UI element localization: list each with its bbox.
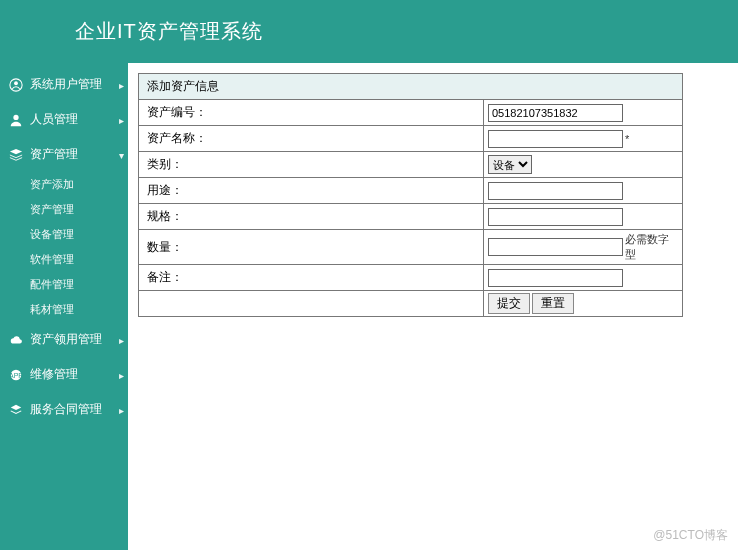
sidebar-item-repair[interactable]: APP 维修管理 [0, 357, 128, 392]
stack-icon [8, 147, 24, 163]
note-numeric: 必需数字型 [625, 232, 678, 262]
sidebar-item-label: 服务合同管理 [30, 401, 119, 418]
sidebar-item-assets[interactable]: 资产管理 [0, 137, 128, 172]
chevron-right-icon [119, 368, 124, 382]
input-asset-name[interactable] [488, 130, 623, 148]
svg-text:APP: APP [9, 371, 23, 378]
sidebar-item-label: 维修管理 [30, 366, 119, 383]
person-icon [8, 112, 24, 128]
form-panel: 添加资产信息 资产编号： 资产名称： * 类别： 设备 [138, 73, 683, 317]
label-asset-no: 资产编号： [139, 100, 484, 125]
sidebar-item-contract[interactable]: 服务合同管理 [0, 392, 128, 427]
badge-icon: APP [8, 367, 24, 383]
chevron-right-icon [119, 403, 124, 417]
sidebar-item-system-users[interactable]: 系统用户管理 [0, 67, 128, 102]
app-title: 企业IT资产管理系统 [75, 18, 738, 45]
sidebar-item-label: 资产领用管理 [30, 331, 119, 348]
chevron-right-icon [119, 78, 124, 92]
sidebar-sub-asset-add[interactable]: 资产添加 [0, 172, 128, 197]
row-asset-name: 资产名称： * [139, 126, 682, 152]
input-asset-no[interactable] [488, 104, 623, 122]
input-usage[interactable] [488, 182, 623, 200]
sidebar-item-label: 系统用户管理 [30, 76, 119, 93]
row-category: 类别： 设备 [139, 152, 682, 178]
row-spec: 规格： [139, 204, 682, 230]
chevron-right-icon [119, 113, 124, 127]
cloud-icon [8, 332, 24, 348]
chevron-down-icon [119, 148, 124, 162]
input-spec[interactable] [488, 208, 623, 226]
label-asset-name: 资产名称： [139, 126, 484, 151]
sidebar: 系统用户管理 人员管理 资产管理 资产添加 资产管理 设备管理 软件管理 配件管… [0, 63, 128, 550]
row-remark: 备注： [139, 265, 682, 291]
app-header: 企业IT资产管理系统 [0, 0, 738, 63]
sidebar-item-label: 人员管理 [30, 111, 119, 128]
sidebar-item-label: 资产管理 [30, 146, 119, 163]
watermark-text: @51CTO博客 [653, 527, 728, 544]
row-usage: 用途： [139, 178, 682, 204]
sidebar-subitems-assets: 资产添加 资产管理 设备管理 软件管理 配件管理 耗材管理 [0, 172, 128, 322]
label-remark: 备注： [139, 265, 484, 290]
input-quantity[interactable] [488, 238, 623, 256]
label-category: 类别： [139, 152, 484, 177]
note-required: * [625, 133, 629, 145]
select-category[interactable]: 设备 [488, 155, 532, 174]
input-remark[interactable] [488, 269, 623, 287]
sidebar-sub-software-manage[interactable]: 软件管理 [0, 247, 128, 272]
label-spec: 规格： [139, 204, 484, 229]
submit-button[interactable]: 提交 [488, 293, 530, 314]
label-usage: 用途： [139, 178, 484, 203]
sidebar-item-personnel[interactable]: 人员管理 [0, 102, 128, 137]
label-quantity: 数量： [139, 230, 484, 264]
row-asset-no: 资产编号： [139, 100, 682, 126]
reset-button[interactable]: 重置 [532, 293, 574, 314]
main-content: 添加资产信息 资产编号： 资产名称： * 类别： 设备 [128, 63, 738, 550]
svg-point-1 [14, 81, 18, 85]
sidebar-sub-device-manage[interactable]: 设备管理 [0, 222, 128, 247]
sidebar-sub-asset-manage[interactable]: 资产管理 [0, 197, 128, 222]
user-circle-icon [8, 77, 24, 93]
chevron-right-icon [119, 333, 124, 347]
sidebar-sub-parts-manage[interactable]: 配件管理 [0, 272, 128, 297]
svg-point-2 [13, 114, 18, 119]
row-actions: 提交 重置 [139, 291, 682, 316]
sidebar-item-asset-lend[interactable]: 资产领用管理 [0, 322, 128, 357]
row-quantity: 数量： 必需数字型 [139, 230, 682, 265]
sidebar-sub-consumable-manage[interactable]: 耗材管理 [0, 297, 128, 322]
form-title: 添加资产信息 [139, 74, 682, 100]
layer-icon [8, 402, 24, 418]
